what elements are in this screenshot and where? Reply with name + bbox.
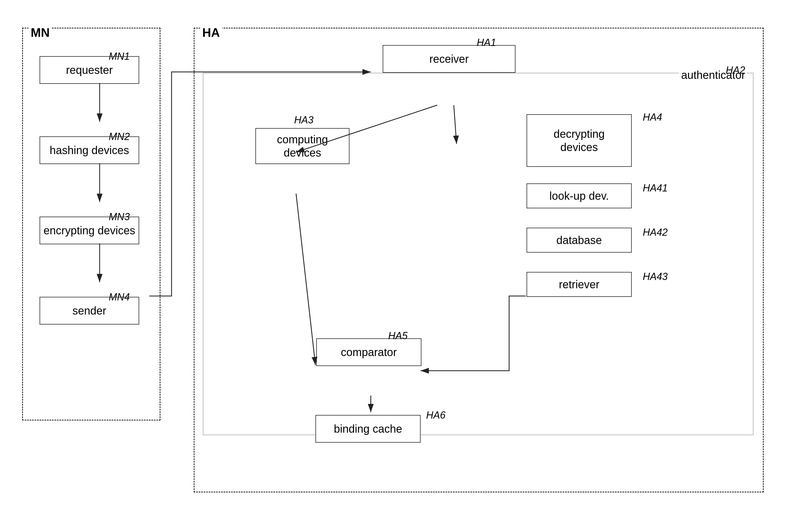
- computing-box: computing devices: [255, 128, 349, 164]
- computing-label: computing devices: [277, 133, 328, 159]
- ha1-tag: HA1: [477, 37, 496, 49]
- comparator-label: comparator: [341, 346, 397, 359]
- receiver-box: receiver: [383, 45, 515, 73]
- mn1-tag: MN1: [109, 51, 130, 62]
- mn2-tag: MN2: [109, 131, 130, 142]
- binding-cache-label: binding cache: [334, 423, 402, 435]
- database-label: database: [556, 234, 602, 247]
- mn4-tag: MN4: [109, 291, 130, 303]
- ha4-tag: HA4: [643, 112, 662, 123]
- authenticator-box: authenticator: [203, 73, 754, 435]
- hashing-label: hashing devices: [50, 144, 129, 157]
- ha-box: HA authenticator HA2 receiver HA1 comput…: [194, 28, 764, 492]
- receiver-label: receiver: [430, 53, 469, 65]
- mn3-tag: MN3: [109, 211, 130, 223]
- ha43-tag: HA43: [643, 271, 668, 283]
- retriever-label: retriever: [559, 278, 600, 291]
- encrypting-label: encrypting devices: [43, 224, 135, 237]
- retriever-box: retriever: [527, 272, 632, 297]
- lookup-label: look-up dev.: [550, 190, 609, 202]
- ha3-tag: HA3: [294, 114, 314, 126]
- sender-label: sender: [73, 305, 106, 317]
- requester-label: requester: [66, 64, 113, 76]
- database-box: database: [527, 228, 632, 252]
- ha41-tag: HA41: [643, 182, 668, 194]
- ha42-tag: HA42: [643, 227, 668, 238]
- mn-label: MN: [28, 26, 52, 40]
- diagram: MN requester MN1 hashing devices MN2 enc…: [17, 17, 780, 515]
- decrypting-label: decrypting devices: [554, 127, 605, 154]
- binding-cache-box: binding cache: [316, 415, 421, 443]
- ha-label: HA: [200, 26, 222, 40]
- mn-box: MN requester MN1 hashing devices MN2 enc…: [22, 28, 160, 420]
- decrypting-box: decrypting devices: [527, 114, 632, 167]
- ha6-tag: HA6: [426, 410, 445, 421]
- lookup-box: look-up dev.: [527, 184, 632, 208]
- comparator-box: comparator: [316, 338, 421, 366]
- ha5-tag: HA5: [388, 330, 407, 342]
- ha2-tag: HA2: [726, 64, 745, 76]
